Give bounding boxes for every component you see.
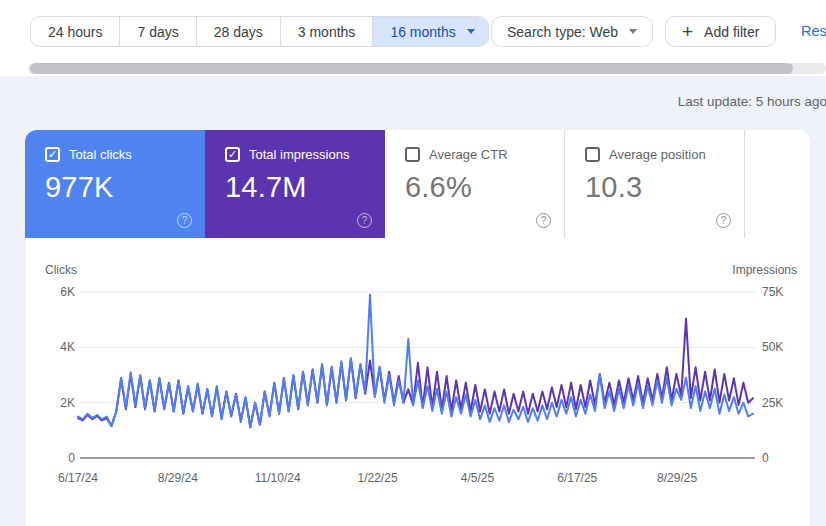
metric-value: 10.3 bbox=[585, 171, 744, 204]
performance-panel: ✓ Total clicks 977K ? ✓ Total impression… bbox=[25, 130, 810, 526]
range-button-28-days[interactable]: 28 days bbox=[196, 17, 280, 46]
left-axis-title: Clicks bbox=[45, 263, 77, 277]
cards-row-filler bbox=[745, 130, 810, 238]
checkbox[interactable]: ✓ bbox=[225, 147, 240, 162]
left-axis-tick-label: 2K bbox=[60, 396, 75, 410]
right-axis-tick-label: 25K bbox=[762, 396, 783, 410]
x-axis-tick-label: 1/22/25 bbox=[358, 471, 398, 485]
last-update-status: Last update: 5 hours ago bbox=[678, 94, 826, 109]
checkbox[interactable]: ✓ bbox=[45, 147, 60, 162]
reset-filters-link[interactable]: Reset bbox=[801, 23, 826, 39]
top-toolbar: 24 hours 7 days 28 days 3 months 16 mont… bbox=[0, 0, 826, 76]
series-line-clicks bbox=[78, 295, 753, 428]
metric-cards-row: ✓ Total clicks 977K ? ✓ Total impression… bbox=[25, 130, 810, 238]
add-filter-label: Add filter bbox=[704, 24, 759, 40]
range-button-16-months-selected[interactable]: 16 months bbox=[372, 17, 487, 46]
help-icon[interactable]: ? bbox=[177, 213, 192, 228]
help-icon[interactable]: ? bbox=[716, 213, 731, 228]
left-axis-tick-label: 0 bbox=[68, 451, 75, 465]
metric-value: 6.6% bbox=[405, 171, 564, 204]
metric-card-average-position[interactable]: Average position 10.3 ? bbox=[565, 130, 745, 238]
right-axis-tick-label: 0 bbox=[762, 451, 769, 465]
plus-icon: + bbox=[682, 22, 693, 41]
add-filter-button[interactable]: + Add filter bbox=[665, 16, 776, 47]
metric-label: Average CTR bbox=[429, 147, 508, 162]
x-axis-tick-label: 6/17/25 bbox=[557, 471, 597, 485]
metric-card-total-impressions[interactable]: ✓ Total impressions 14.7M ? bbox=[205, 130, 385, 238]
checkbox[interactable] bbox=[405, 147, 420, 162]
series-line-impressions bbox=[78, 319, 753, 427]
metric-card-average-ctr[interactable]: Average CTR 6.6% ? bbox=[385, 130, 565, 238]
range-selected-label: 16 months bbox=[390, 24, 455, 40]
right-axis-tick-label: 50K bbox=[762, 340, 783, 354]
metric-card-total-clicks[interactable]: ✓ Total clicks 977K ? bbox=[25, 130, 205, 238]
toolbar-divider bbox=[475, 19, 476, 44]
date-range-selector: 24 hours 7 days 28 days 3 months 16 mont… bbox=[30, 16, 489, 47]
range-button-7-days[interactable]: 7 days bbox=[119, 17, 195, 46]
x-axis-tick-label: 8/29/25 bbox=[657, 471, 697, 485]
right-axis-tick-label: 75K bbox=[762, 285, 783, 299]
search-type-dropdown[interactable]: Search type: Web bbox=[491, 16, 653, 47]
performance-chart: 6K75K4K50K2K25K00ClicksImpressions6/17/2… bbox=[25, 238, 810, 526]
x-axis-tick-label: 6/17/24 bbox=[58, 471, 98, 485]
x-axis-tick-label: 8/29/24 bbox=[158, 471, 198, 485]
x-axis-tick-label: 4/5/25 bbox=[461, 471, 495, 485]
performance-chart-svg: 6K75K4K50K2K25K00ClicksImpressions6/17/2… bbox=[25, 238, 810, 526]
left-axis-tick-label: 4K bbox=[60, 340, 75, 354]
x-axis-tick-label: 11/10/24 bbox=[255, 471, 301, 485]
range-button-24-hours[interactable]: 24 hours bbox=[31, 17, 119, 46]
help-icon[interactable]: ? bbox=[357, 213, 372, 228]
chevron-down-icon bbox=[629, 29, 637, 34]
chevron-down-icon bbox=[467, 29, 475, 34]
metric-value: 977K bbox=[45, 171, 205, 204]
metric-label: Total clicks bbox=[69, 147, 132, 162]
right-axis-title: Impressions bbox=[732, 263, 797, 277]
help-icon[interactable]: ? bbox=[536, 213, 551, 228]
metric-label: Average position bbox=[609, 147, 706, 162]
metric-label: Total impressions bbox=[249, 147, 349, 162]
checkbox[interactable] bbox=[585, 147, 600, 162]
metric-value: 14.7M bbox=[225, 171, 385, 204]
search-type-label: Search type: Web bbox=[507, 24, 618, 40]
range-button-3-months[interactable]: 3 months bbox=[280, 17, 373, 46]
horizontal-scrollbar-thumb[interactable] bbox=[30, 63, 793, 74]
left-axis-tick-label: 6K bbox=[60, 285, 75, 299]
